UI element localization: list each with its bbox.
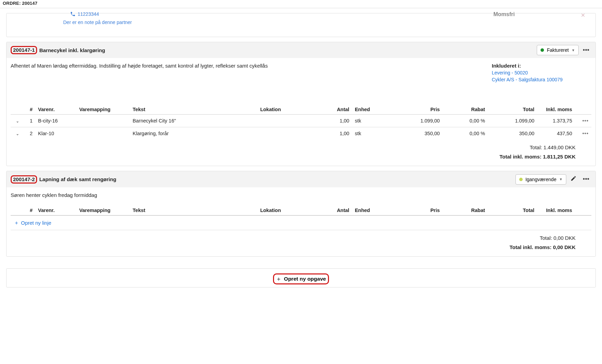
included-heading: Inkluderet i: bbox=[492, 63, 581, 69]
chevron-down-icon[interactable]: ⌄ bbox=[16, 131, 19, 136]
included-link-invoice[interactable]: Cykler A/S - Salgsfaktura 100079 bbox=[492, 77, 581, 82]
col-idx: # bbox=[25, 105, 35, 115]
col-varenr: Varenr. bbox=[35, 105, 77, 115]
partner-panel: 11223344 Der er en note på denne partner… bbox=[6, 13, 596, 37]
row-menu-button[interactable]: ••• bbox=[582, 118, 589, 124]
window-title-bar: ORDRE: 200147 bbox=[0, 0, 602, 8]
chevron-down-icon: ▼ bbox=[559, 177, 563, 181]
col-total: Total bbox=[488, 105, 537, 115]
col-tekst: Tekst bbox=[130, 105, 257, 115]
lines-table: # Varenr. Varemapping Tekst Lokation Ant… bbox=[11, 206, 591, 215]
section-header: 200147-1 Barnecykel inkl. klargøring Fak… bbox=[7, 42, 595, 58]
close-icon[interactable]: ✕ bbox=[581, 12, 585, 19]
tax-tag: Momsfri bbox=[493, 11, 515, 17]
col-lokation: Lokation bbox=[258, 206, 323, 215]
section-id-highlight: 200147-2 bbox=[11, 175, 37, 184]
col-antal: Antal bbox=[323, 206, 352, 215]
col-tekst: Tekst bbox=[130, 206, 257, 215]
window-title: ORDRE: 200147 bbox=[3, 1, 37, 6]
section-totals: Total: 1.449,00 DKK Total inkl. moms: 1.… bbox=[11, 140, 591, 160]
col-mapping: Varemapping bbox=[77, 105, 130, 115]
row-menu-button[interactable]: ••• bbox=[582, 131, 589, 136]
total-sum: Total: 1.449,00 DKK bbox=[11, 144, 576, 150]
col-inkl: Inkl. moms bbox=[537, 105, 575, 115]
col-enhed: Enhed bbox=[352, 105, 393, 115]
section-header: 200147-2 Lapning af dæk samt rengøring I… bbox=[7, 171, 595, 187]
edit-button[interactable] bbox=[568, 174, 579, 185]
total-incl: Total inkl. moms: 1.811,25 DKK bbox=[11, 154, 576, 160]
col-rabat: Rabat bbox=[443, 206, 488, 215]
col-antal: Antal bbox=[323, 105, 352, 115]
table-row[interactable]: ⌄ 2 Klar-10 Klargøring, forår 1,00 stk 3… bbox=[11, 127, 591, 140]
partner-note-link[interactable]: Der er en note på denne partner bbox=[63, 20, 132, 25]
order-section-1: 200147-1 Barnecykel inkl. klargøring Fak… bbox=[6, 42, 596, 166]
col-enhed: Enhed bbox=[352, 206, 393, 215]
chevron-down-icon: ▼ bbox=[571, 48, 575, 52]
pencil-icon bbox=[570, 175, 577, 181]
status-dot-icon bbox=[519, 178, 523, 181]
create-task-button[interactable]: Opret ny opgave bbox=[276, 276, 326, 282]
section-id-highlight: 200147-1 bbox=[11, 46, 37, 54]
section-title: Lapning af dæk samt rengøring bbox=[39, 176, 116, 182]
col-mapping: Varemapping bbox=[77, 206, 130, 215]
status-label: Igangværende bbox=[525, 177, 556, 182]
col-pris: Pris bbox=[393, 206, 443, 215]
create-line-button[interactable]: Opret ny linje bbox=[11, 215, 591, 230]
col-rabat: Rabat bbox=[443, 105, 488, 115]
lines-table: # Varenr. Varemapping Tekst Lokation Ant… bbox=[11, 105, 591, 140]
section-menu-button[interactable]: ••• bbox=[581, 45, 591, 55]
phone-icon bbox=[70, 11, 76, 17]
total-incl: Total inkl. moms: 0,00 DKK bbox=[11, 244, 576, 250]
plus-icon bbox=[14, 221, 19, 225]
table-row[interactable]: ⌄ 1 B-city-16 Barnecykel City 16" 1,00 s… bbox=[11, 115, 591, 127]
status-dot-icon bbox=[541, 48, 544, 52]
section-title: Barnecykel inkl. klargøring bbox=[39, 47, 105, 53]
plus-icon bbox=[276, 277, 281, 282]
total-sum: Total: 0,00 DKK bbox=[11, 235, 576, 241]
col-idx: # bbox=[25, 206, 35, 215]
order-section-2: 200147-2 Lapning af dæk samt rengøring I… bbox=[6, 171, 596, 257]
col-pris: Pris bbox=[393, 105, 443, 115]
footer-panel: Opret ny opgave bbox=[6, 268, 596, 287]
section-note: Søren henter cyklen fredag formiddag bbox=[11, 192, 591, 198]
section-id: 200147-2 bbox=[13, 176, 35, 182]
status-dropdown[interactable]: Faktureret ▼ bbox=[537, 45, 579, 55]
create-task-highlight: Opret ny opgave bbox=[273, 273, 329, 284]
included-link-delivery[interactable]: Levering - 50020 bbox=[492, 70, 581, 75]
col-inkl: Inkl. moms bbox=[537, 206, 575, 215]
status-dropdown[interactable]: Igangværende ▼ bbox=[515, 174, 566, 185]
status-label: Faktureret bbox=[547, 47, 569, 53]
col-varenr: Varenr. bbox=[35, 206, 77, 215]
section-id: 200147-1 bbox=[13, 47, 35, 53]
section-totals: Total: 0,00 DKK Total inkl. moms: 0,00 D… bbox=[11, 230, 591, 250]
chevron-down-icon[interactable]: ⌄ bbox=[16, 119, 19, 124]
partner-phone[interactable]: 11223344 bbox=[78, 11, 99, 17]
included-in-block: Inkluderet i: Levering - 50020 Cykler A/… bbox=[492, 63, 581, 82]
section-menu-button[interactable]: ••• bbox=[581, 174, 591, 184]
ellipsis-icon: ••• bbox=[583, 47, 589, 54]
col-total: Total bbox=[488, 206, 537, 215]
col-lokation: Lokation bbox=[258, 105, 323, 115]
ellipsis-icon: ••• bbox=[583, 176, 589, 183]
